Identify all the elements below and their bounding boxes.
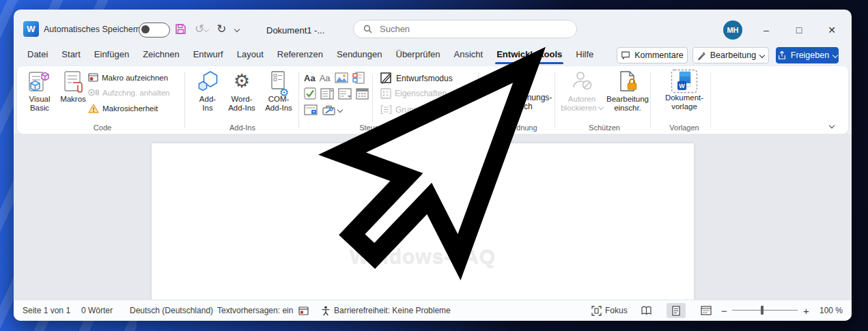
- checkbox-control-icon[interactable]: [304, 87, 316, 100]
- legacy-tools-icon[interactable]: [304, 104, 318, 115]
- tab-referenzen[interactable]: Referenzen: [270, 42, 330, 66]
- properties-button[interactable]: Eigenschaften: [380, 88, 447, 99]
- group-label-controls: Steuerelemente: [338, 124, 434, 132]
- add-ins-button[interactable]: Add-Ins: [192, 70, 223, 113]
- group-icon: [380, 104, 392, 115]
- properties-icon: [380, 88, 391, 99]
- tab-hilfe[interactable]: Hilfe: [569, 42, 600, 66]
- block-authors-button[interactable]: Autoren blockieren: [560, 70, 604, 113]
- rich-text-control-icon[interactable]: Aa: [304, 73, 316, 83]
- macro-record-status-button[interactable]: [298, 300, 309, 321]
- document-page[interactable]: Windows-FAQ: [152, 143, 694, 300]
- pause-recording-button[interactable]: Aufzchng. anhalten: [88, 88, 169, 97]
- maximize-button[interactable]: □: [785, 22, 813, 38]
- word-window: W Automatisches Speichern ↺ ↻ Dokument1 …: [14, 10, 852, 321]
- avatar[interactable]: MH: [723, 20, 742, 40]
- document-area: Windows-FAQ: [14, 134, 852, 300]
- tab-einfuegen[interactable]: Einfügen: [87, 42, 136, 66]
- group-separator: [298, 72, 299, 128]
- gear-icon: ⚙: [234, 70, 250, 92]
- makros-icon: [63, 70, 83, 93]
- group-separator: [710, 72, 711, 128]
- com-add-ins-button[interactable]: ⚙ COM-Add-Ins: [260, 70, 297, 113]
- close-button[interactable]: ✕: [818, 22, 845, 38]
- visual-basic-icon: [28, 70, 51, 93]
- date-picker-control-icon[interactable]: [356, 87, 369, 100]
- redo-icon[interactable]: ↻: [216, 22, 226, 36]
- tab-datei[interactable]: Datei: [20, 42, 55, 66]
- autosave-toggle[interactable]: [139, 23, 170, 38]
- editing-mode-button[interactable]: Bearbeitung: [692, 47, 769, 63]
- tab-sendungen[interactable]: Sendungen: [330, 42, 389, 66]
- restrict-editing-icon: [617, 70, 639, 92]
- desktop-background: W Automatisches Speichern ↺ ↻ Dokument1 …: [0, 0, 868, 331]
- focus-mode-button[interactable]: Fokus: [591, 300, 628, 321]
- page-count[interactable]: Seite 1 von 1: [23, 300, 70, 321]
- xml-mapping-pane-button[interactable]: XML-Zuordnungs-bereich: [485, 69, 553, 111]
- macro-record-icon: [298, 306, 309, 315]
- makros-button[interactable]: Makros: [58, 70, 88, 104]
- minimize-button[interactable]: –: [753, 22, 780, 38]
- tab-entwicklertools[interactable]: Entwicklertools: [490, 42, 569, 66]
- controls-row-3: [304, 104, 342, 115]
- comments-button[interactable]: Kommentare: [617, 47, 688, 63]
- control-toolbox-button[interactable]: [322, 104, 342, 115]
- tab-entwurf[interactable]: Entwurf: [186, 42, 230, 66]
- ribbon-tab-row: Datei Start Einfügen Zeichnen Entwurf La…: [20, 42, 600, 66]
- document-template-button[interactable]: W Dokument-vorlage: [659, 69, 710, 111]
- add-ins-icon: [197, 70, 219, 93]
- zoom-slider[interactable]: [732, 310, 798, 311]
- design-mode-button[interactable]: Entwurfsmodus: [380, 72, 453, 84]
- word-add-ins-button[interactable]: ⚙ Word-Add-Ins: [224, 70, 260, 113]
- picture-control-icon[interactable]: [335, 72, 348, 83]
- undo-icon[interactable]: ↺: [195, 22, 208, 36]
- accessibility-status[interactable]: Barrierefreiheit: Keine Probleme: [321, 300, 451, 321]
- group-label-mapping: Zuordnung: [485, 124, 553, 132]
- visual-basic-button[interactable]: Visual Basic: [23, 70, 57, 113]
- restrict-editing-button[interactable]: Bearbeitungeinschr.: [606, 70, 649, 113]
- active-tab-underline: [495, 62, 563, 64]
- toggle-knob: [141, 25, 150, 33]
- text-predictions-status[interactable]: Textvorhersagen: ein: [217, 300, 293, 321]
- combo-box-control-icon[interactable]: [320, 88, 334, 100]
- save-icon[interactable]: [175, 23, 186, 35]
- word-count[interactable]: 0 Wörter: [81, 300, 113, 321]
- warning-icon: [88, 104, 99, 113]
- word-logo-icon: W: [23, 21, 39, 37]
- group-label-code: Code: [58, 124, 147, 132]
- collapse-ribbon-chevron-icon[interactable]: [829, 123, 835, 128]
- plain-text-control-icon[interactable]: Aa: [320, 73, 331, 83]
- group-separator: [555, 72, 555, 128]
- print-layout-button[interactable]: [667, 303, 686, 318]
- tab-layout[interactable]: Layout: [230, 42, 270, 66]
- controls-row-1: Aa Aa: [304, 72, 365, 84]
- qat-menu-chevron-icon[interactable]: [234, 26, 239, 31]
- titlebar: W Automatisches Speichern ↺ ↻ Dokument1 …: [14, 10, 852, 42]
- accessibility-icon: [321, 306, 331, 316]
- language-status[interactable]: Deutsch (Deutschland): [130, 300, 213, 321]
- tab-zeichnen[interactable]: Zeichnen: [136, 42, 186, 66]
- tab-ueberpruefen[interactable]: Überprüfen: [389, 42, 447, 66]
- building-block-gallery-icon[interactable]: [352, 72, 365, 84]
- zoom-level[interactable]: 100 %: [820, 300, 843, 321]
- group-controls-button[interactable]: Gruppieren: [380, 104, 444, 115]
- focus-icon: [591, 306, 602, 316]
- group-separator: [478, 72, 479, 128]
- group-label-templates: Vorlagen: [650, 124, 718, 132]
- search-input[interactable]: [378, 23, 545, 35]
- record-macro-icon: [88, 73, 98, 83]
- tab-start[interactable]: Start: [55, 42, 87, 66]
- macro-security-button[interactable]: Makrosicherheit: [88, 104, 158, 113]
- dropdown-list-control-icon[interactable]: [338, 88, 352, 100]
- record-macro-button[interactable]: Makro aufzeichnen: [88, 73, 168, 83]
- toolbox-icon: [322, 104, 336, 115]
- zoom-slider-thumb[interactable]: [761, 306, 764, 315]
- search-box[interactable]: [353, 20, 577, 38]
- web-layout-button[interactable]: [697, 303, 716, 318]
- zoom-out-button[interactable]: −: [721, 300, 727, 321]
- web-layout-icon: [701, 306, 712, 315]
- tab-ansicht[interactable]: Ansicht: [447, 42, 490, 66]
- read-mode-button[interactable]: [636, 303, 656, 318]
- share-button[interactable]: Freigeben: [776, 47, 839, 63]
- zoom-in-button[interactable]: +: [803, 300, 809, 321]
